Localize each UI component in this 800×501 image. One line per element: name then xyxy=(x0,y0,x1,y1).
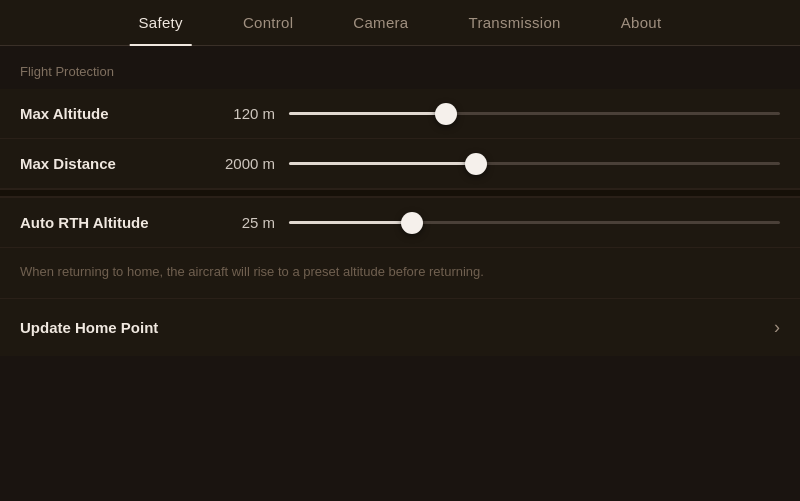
max-altitude-slider[interactable] xyxy=(289,112,780,115)
max-distance-value: 2000 m xyxy=(200,155,275,172)
content-area: Flight Protection Max Altitude 120 m Max… xyxy=(0,46,800,356)
auto-rth-track xyxy=(289,221,780,224)
auto-rth-value: 25 m xyxy=(200,214,275,231)
tab-bar: Safety Control Camera Transmission About xyxy=(0,0,800,46)
max-distance-track xyxy=(289,162,780,165)
section-divider xyxy=(0,189,800,197)
auto-rth-thumb[interactable] xyxy=(401,212,423,234)
update-home-point-label: Update Home Point xyxy=(20,319,158,336)
auto-rth-slider[interactable] xyxy=(289,221,780,224)
max-altitude-row: Max Altitude 120 m xyxy=(0,89,800,139)
max-altitude-value: 120 m xyxy=(200,105,275,122)
max-distance-fill xyxy=(289,162,476,165)
auto-rth-label: Auto RTH Altitude xyxy=(20,214,200,231)
max-distance-label: Max Distance xyxy=(20,155,200,172)
max-distance-thumb[interactable] xyxy=(465,153,487,175)
max-altitude-track xyxy=(289,112,780,115)
chevron-right-icon: › xyxy=(774,317,780,338)
tab-safety[interactable]: Safety xyxy=(109,0,213,45)
max-distance-slider[interactable] xyxy=(289,162,780,165)
auto-rth-fill xyxy=(289,221,412,224)
update-home-point-row[interactable]: Update Home Point › xyxy=(0,298,800,356)
max-altitude-thumb[interactable] xyxy=(435,103,457,125)
tab-camera[interactable]: Camera xyxy=(323,0,438,45)
tab-control[interactable]: Control xyxy=(213,0,323,45)
auto-rth-row: Auto RTH Altitude 25 m xyxy=(0,197,800,248)
tab-transmission[interactable]: Transmission xyxy=(439,0,591,45)
rth-hint-text: When returning to home, the aircraft wil… xyxy=(0,248,800,298)
tab-about[interactable]: About xyxy=(591,0,692,45)
max-distance-row: Max Distance 2000 m xyxy=(0,139,800,189)
flight-protection-label: Flight Protection xyxy=(0,46,800,89)
max-altitude-fill xyxy=(289,112,446,115)
max-altitude-label: Max Altitude xyxy=(20,105,200,122)
